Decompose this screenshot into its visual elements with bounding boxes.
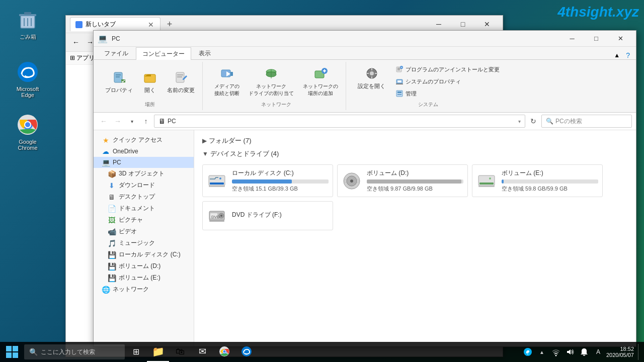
sidebar-item-3d-objects[interactable]: 📦 3D オブジェクト [94, 168, 194, 179]
sidebar-item-network[interactable]: 🌐 ネットワーク [94, 284, 194, 295]
folders-section-header[interactable]: ▶ フォルダー (7) [198, 134, 632, 147]
drive-item-dvd-f[interactable]: DVD DVD ドライブ (F:) [202, 201, 333, 230]
taskbar-mail-button[interactable]: ✉ [191, 342, 213, 362]
sidebar-item-desktop[interactable]: 🖥 デスクトップ [94, 191, 194, 203]
sidebar-item-documents[interactable]: 📄 ドキュメント [94, 203, 194, 214]
svg-rect-64 [209, 220, 224, 222]
nav-up-button[interactable]: ↑ [140, 115, 152, 127]
ribbon-open-button[interactable]: 開く [138, 68, 162, 96]
onedrive-icon: ☁ [102, 147, 110, 155]
volume-d-sidebar-icon: 💾 [108, 262, 116, 270]
desktop-icon-recycle-bin[interactable]: ごみ箱 [8, 5, 48, 43]
sidebar-item-downloads[interactable]: ⬇ ダウンロード [94, 179, 194, 191]
edge-label: Microsoft Edge [10, 86, 46, 98]
taskbar-search-box[interactable]: 🔍 ここに入力して検索 [24, 344, 125, 359]
ribbon-network-drive-button[interactable]: ネットワークドライブの割り当て [245, 64, 297, 99]
drive-item-volume-e[interactable]: ボリューム (E:) 空き領域 59.8 GB/59.9 GB [472, 164, 603, 197]
desktop-icon-edge[interactable]: Microsoft Edge [8, 58, 48, 100]
ribbon-tab-file[interactable]: ファイル [98, 47, 135, 59]
sidebar-item-volume-e[interactable]: 💾 ボリューム (E:) [94, 272, 194, 284]
apps-icon[interactable]: ⊞ アプリ [70, 54, 95, 62]
taskbar-task-view-button[interactable]: ⊞ [125, 342, 147, 362]
sidebar-item-pc[interactable]: 💻 PC [94, 157, 194, 168]
explorer-nav: ← → ▾ ↑ 🖥 PC ▾ ↻ 🔍 PCの検索 [94, 113, 636, 130]
search-box[interactable]: 🔍 PCの検索 [541, 115, 632, 128]
pictures-label: ピクチャ [119, 216, 143, 224]
taskbar-search-icon: 🔍 [29, 348, 38, 356]
ime-tray-icon[interactable]: A [592, 346, 604, 358]
taskbar-clock[interactable]: 18:52 2020/05/07 [606, 346, 636, 358]
sidebar-item-pictures[interactable]: 🖼 ピクチャ [94, 214, 194, 226]
address-bar[interactable]: 🖥 PC ▾ [154, 115, 525, 128]
pc-sidebar-icon: 💻 [102, 158, 110, 166]
sidebar-item-quick-access[interactable]: ★ クイック アクセス [94, 134, 194, 146]
drive-d-bar [367, 179, 461, 184]
chrome-taskbar-icon [219, 346, 230, 357]
ribbon-help-button[interactable]: ? [624, 51, 632, 59]
ribbon-media-connect-button[interactable]: メディアの接続と切断 [211, 64, 243, 99]
ribbon-system-props-button[interactable]: システムのプロパティ [393, 76, 502, 87]
network-group-label: ネットワーク [261, 101, 291, 108]
system-settings-label: 設定を開く [358, 82, 385, 90]
ribbon-tab-computer[interactable]: コンピューター [136, 47, 191, 60]
nav-forward-button[interactable]: → [112, 115, 124, 127]
ribbon-uninstall-button[interactable]: プログラムのアンインストールと変更 [393, 64, 502, 75]
nav-history-button[interactable]: ▾ [126, 115, 138, 127]
desktop-icon-chrome[interactable]: Google Chrome [8, 111, 48, 153]
new-tab-button[interactable]: + [163, 17, 177, 31]
sidebar-item-onedrive[interactable]: ☁ OneDrive [94, 146, 194, 157]
media-connect-icon [219, 66, 235, 82]
svg-point-72 [555, 355, 556, 356]
svg-rect-32 [371, 68, 372, 70]
explorer-maximize-button[interactable]: □ [585, 31, 608, 47]
explorer-window: 💻 PC ─ □ ✕ ファイル コンピューター 表示 ▲ [93, 30, 636, 347]
taskbar-edge-button[interactable] [235, 342, 258, 362]
drive-item-volume-d[interactable]: ボリューム (D:) 空き領域 9.87 GB/9.98 GB [337, 164, 468, 197]
svg-rect-34 [367, 73, 369, 74]
devices-section-header[interactable]: ▼ デバイスとドライブ (4) [198, 147, 632, 160]
sidebar-item-music[interactable]: 🎵 ミュージック [94, 237, 194, 249]
drive-c-icon [207, 171, 227, 191]
address-dropdown-button[interactable]: ▾ [518, 119, 521, 124]
system-group-label: システム [418, 101, 438, 108]
explorer-close-button[interactable]: ✕ [609, 31, 632, 47]
sidebar-item-volume-d[interactable]: 💾 ボリューム (D:) [94, 260, 194, 272]
ribbon-collapse-button[interactable]: ▲ [612, 52, 622, 59]
ribbon-manage-button[interactable]: 管理 [393, 88, 502, 99]
drive-item-local-c[interactable]: ローカル ディスク (C:) 空き領域 15.1 GB/39.3 GB [202, 164, 333, 197]
browser-tab[interactable]: 新しいタブ ✕ [70, 17, 160, 31]
skype-tray-icon[interactable] [522, 346, 534, 358]
sidebar-item-videos[interactable]: 📹 ビデオ [94, 226, 194, 237]
address-refresh-button[interactable]: ↻ [527, 115, 539, 127]
nav-back-button[interactable]: ← [98, 115, 110, 127]
show-hidden-tray-button[interactable]: ▲ [536, 346, 548, 358]
ribbon-properties-button[interactable]: プロパティ [102, 68, 136, 96]
taskbar-date: 2020/05/07 [606, 352, 634, 358]
ribbon-rename-button[interactable]: 名前の変更 [164, 68, 198, 96]
taskbar-chrome-button[interactable] [213, 342, 235, 362]
uninstall-label: プログラムのアンインストールと変更 [406, 66, 500, 73]
ribbon-tab-view[interactable]: 表示 [192, 47, 217, 59]
volume-tray-icon[interactable] [564, 346, 576, 358]
ribbon-system-settings-button[interactable]: 設定を開く [354, 64, 389, 92]
taskbar-store-button[interactable]: 🛍 [169, 342, 191, 362]
add-network-icon [312, 66, 329, 82]
start-button[interactable] [0, 342, 24, 362]
local-c-sidebar-label: ローカル ディスク (C:) [119, 250, 181, 259]
notification-tray-icon[interactable] [578, 346, 590, 358]
taskbar-file-explorer-button[interactable]: 📁 [147, 342, 169, 362]
drive-c-info: ローカル ディスク (C:) 空き領域 15.1 GB/39.3 GB [232, 169, 329, 193]
browser-back-button[interactable]: ← [70, 36, 82, 48]
properties-icon [111, 69, 127, 85]
tab-close-button[interactable]: ✕ [147, 21, 155, 29]
ribbon-add-network-button[interactable]: ネットワークの場所の追加 [299, 64, 342, 99]
svg-point-49 [219, 177, 221, 179]
network-tray-icon[interactable] [550, 346, 562, 358]
search-icon: 🔍 [546, 118, 553, 125]
drive-c-bar-wrap [232, 179, 329, 184]
sidebar-item-local-c[interactable]: 💾 ローカル ディスク (C:) [94, 249, 194, 260]
show-desktop-button[interactable] [638, 344, 640, 360]
explorer-minimize-button[interactable]: ─ [560, 31, 584, 47]
rename-label: 名前の変更 [167, 86, 195, 94]
network-sidebar-label: ネットワーク [113, 285, 149, 294]
